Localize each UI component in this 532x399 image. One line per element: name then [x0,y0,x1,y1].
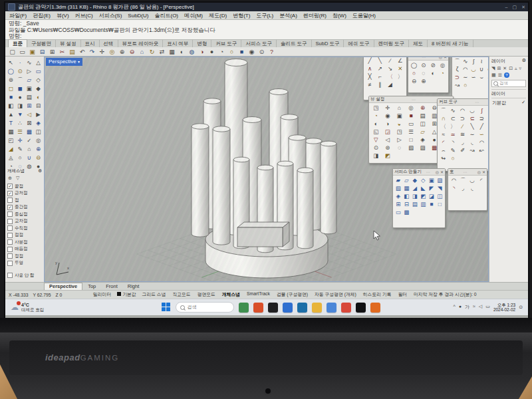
osnap-option[interactable]: 점 [7,197,42,204]
tool-icon[interactable]: ▣ [25,84,34,92]
gear-icon[interactable]: ⚙ [38,168,42,174]
tool-icon[interactable]: ◈ [417,136,428,144]
pin-icon[interactable]: ◎ [436,170,439,174]
toolbar-tab[interactable]: 표시 여부 [163,40,193,47]
close-icon[interactable]: ✕ [444,57,447,59]
toolbar-icon[interactable]: ▤ [68,48,76,56]
toolbar-tab[interactable]: 뷰 설정 [56,40,81,47]
toolbar-icon[interactable]: ◑ [198,48,206,56]
tool-icon[interactable]: ◔ [370,112,382,120]
tool-icon[interactable]: ▨ [436,177,444,184]
tool-icon[interactable]: ≠ [365,81,374,88]
toolbar-icon[interactable]: ↻ [148,48,156,56]
tool-icon[interactable]: ☰ [406,128,417,136]
tool-icon[interactable]: ◎ [34,136,43,144]
toolbar-icon[interactable]: ⇄ [158,48,166,56]
tool-icon[interactable]: ◈ [34,119,43,127]
osnap-option[interactable]: 사분점 [7,239,42,246]
tool-icon[interactable]: ⊟ [34,102,43,110]
layer-tool-icon[interactable]: ✕ [503,66,507,71]
tool-icon[interactable]: ⌂ [394,104,405,112]
tray-icon[interactable]: ▭ [485,304,490,311]
viewport-title-chip[interactable]: Perspective ▾ [46,58,82,66]
tool-icon[interactable]: ▦ [403,185,411,192]
tool-icon[interactable]: ≅ [458,131,467,138]
tool-icon[interactable]: ⊘ [429,62,438,69]
toolbar-icon[interactable]: ✂ [58,48,66,56]
tool-icon[interactable]: ∪ [478,66,485,73]
statusbar-toggle[interactable]: 검볼 (구성평면) [277,291,308,298]
tool-icon[interactable]: ◟ [468,185,477,192]
tool-icon[interactable]: ⌒ [454,58,461,65]
toolbar-icon[interactable]: ◎ [108,48,116,56]
taskbar-app-icon[interactable] [370,303,380,313]
toolbar-tab[interactable]: 메쉬 도구 [344,40,374,47]
tool-icon[interactable]: ◯ [7,67,15,75]
tool-icon[interactable]: ◧ [403,193,411,200]
tool-icon[interactable]: ◠ [462,66,469,73]
tool-icon[interactable]: ▶ [34,110,43,118]
tool-icon[interactable]: ✓ [25,136,34,144]
tool-icon[interactable]: ▲ [7,110,15,118]
toolbar-icon[interactable]: ⊞ [48,48,57,56]
tool-icon[interactable]: ◨ [370,152,382,160]
tool-icon[interactable]: ○ [410,70,418,77]
tool-icon[interactable]: ○ [448,155,457,162]
tool-icon[interactable]: ⊕ [34,145,43,153]
tray-icon[interactable]: 가 [465,304,469,311]
layer-tool-icon[interactable]: ◥ [491,66,495,71]
osnap-option[interactable]: 투영 [7,260,42,267]
tool-icon[interactable]: ◆ [34,84,43,92]
osnap-option[interactable]: 수직점 [7,225,42,232]
osnap-option[interactable]: 접점 [7,232,42,239]
toolbar-icon[interactable]: ● [207,48,216,56]
command-prompt[interactable]: 명령: [9,33,525,40]
toolbar-icon[interactable]: ⊙ [257,48,266,56]
toolbar-icon[interactable]: ▦ [168,48,176,56]
menu-item[interactable]: 도구(L) [256,11,273,19]
tool-icon[interactable]: △ [34,59,43,66]
tool-icon[interactable]: ☰ [16,128,25,136]
tool-icon[interactable]: ⌣ [478,74,485,81]
perspective-viewport[interactable]: Perspective ▾ x y [44,57,489,282]
taskbar-app-icon[interactable] [312,303,322,313]
toolbar-icon[interactable]: ◍ [188,48,196,56]
toolbar-icon[interactable]: ↷ [88,48,96,56]
tool-icon[interactable]: ◜ [477,177,485,184]
close-icon[interactable]: ✕ [482,170,485,174]
tool-icon[interactable]: T [7,119,15,127]
tool-icon[interactable]: ◜ [439,139,448,146]
tool-icon[interactable]: ∥ [375,81,384,88]
menu-item[interactable]: 렌더링(R) [303,11,327,19]
toolbar-tab[interactable]: 구성평면 [27,40,56,47]
tool-icon[interactable]: ▩ [403,209,411,216]
tool-icon[interactable]: ◑ [382,120,394,128]
tool-icon[interactable]: ◳ [394,128,405,136]
tool-icon[interactable]: ◡ [468,177,477,184]
menu-item[interactable]: 파일(F) [9,11,27,19]
tool-icon[interactable]: ⊙ [419,62,428,69]
tool-icon[interactable]: ↝ [454,82,461,89]
osnap-filter-icon[interactable]: ⊕ [8,176,12,181]
tool-icon[interactable]: ↝ [467,147,476,154]
tool-icon[interactable]: ⊕ [417,104,428,112]
tool-icon[interactable]: ▤ [411,201,419,208]
tool-icon[interactable]: ◐ [34,93,43,101]
tool-icon[interactable]: ⊃ [458,115,467,122]
tool-icon[interactable]: ◌ [419,70,428,77]
tool-icon[interactable]: ⊖ [34,154,43,162]
tool-icon[interactable]: 〈 [439,123,448,130]
viewport-tab[interactable]: Front [101,283,122,290]
tool-icon[interactable]: ◫ [436,193,444,200]
checkbox[interactable] [7,184,13,189]
tool-icon[interactable]: ◡ [467,107,476,114]
statusbar-toggle[interactable]: 히스토리 기록 [363,291,392,298]
tool-icon[interactable]: ∽ [477,131,486,138]
tool-icon[interactable]: ■ [7,93,15,101]
osnap-option[interactable]: 매듭점 [7,246,42,253]
viewport-tab[interactable]: Right [123,283,144,290]
command-history[interactable]: 명령: _Save 파일을 C:₩Users₩COSS₩Documents₩골판… [5,20,528,40]
tool-icon[interactable]: ◉ [382,112,394,120]
taskbar-app-icon[interactable] [297,303,307,313]
tool-icon[interactable]: ⊂ [448,115,457,122]
